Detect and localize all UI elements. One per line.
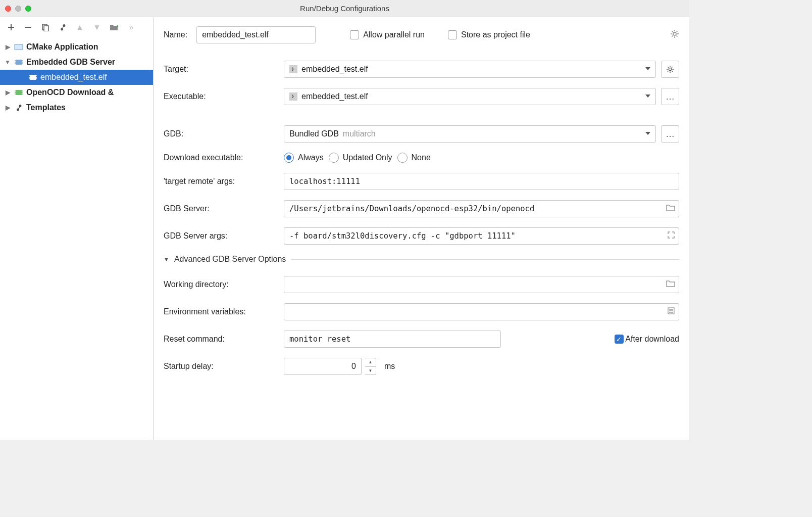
- gdb-select[interactable]: Bundled GDB multiarch: [284, 125, 656, 143]
- folder-add-button[interactable]: +: [109, 22, 119, 32]
- name-label: Name:: [164, 30, 187, 39]
- chevron-down-icon: ▼: [4, 59, 11, 66]
- workdir-row: Working directory:: [164, 276, 679, 293]
- folder-icon[interactable]: [666, 204, 675, 214]
- chevron-right-icon: ▶: [4, 89, 11, 96]
- allow-parallel-label: Allow parallel run: [363, 30, 425, 39]
- checkbox-icon: [448, 30, 457, 39]
- svg-point-8: [669, 68, 671, 70]
- download-label: Download executable:: [164, 153, 278, 162]
- env-row: Environment variables:: [164, 303, 679, 320]
- svg-rect-1: [44, 26, 48, 31]
- workdir-label: Working directory:: [164, 280, 278, 289]
- env-input[interactable]: [284, 303, 679, 320]
- target-select[interactable]: embedded_test.elf: [284, 61, 656, 78]
- delay-row: Startup delay: ▲ ▼ ms: [164, 358, 679, 375]
- radio-icon: [284, 153, 294, 163]
- svg-point-7: [673, 32, 676, 35]
- gdb-value: Bundled GDB: [289, 129, 339, 138]
- executable-browse-button[interactable]: …: [661, 88, 679, 105]
- chip-icon: [28, 74, 37, 81]
- edit-templates-button[interactable]: [58, 22, 68, 32]
- folder-icon[interactable]: [666, 279, 675, 290]
- workdir-input[interactable]: [284, 276, 679, 293]
- reset-input[interactable]: [284, 331, 501, 348]
- sidebar: ▲ ▼ + » ▶ CMake Application ▼ Embedded G…: [0, 17, 154, 440]
- tree-item-label: Templates: [26, 103, 66, 112]
- cmake-icon: [14, 43, 23, 51]
- target-value: embedded_test.elf: [301, 65, 368, 74]
- tree-item-templates[interactable]: ▶ Templates: [0, 100, 153, 115]
- svg-rect-5: [30, 75, 36, 80]
- gear-icon[interactable]: [670, 29, 679, 40]
- download-none-radio[interactable]: None: [397, 153, 431, 163]
- executable-icon: [289, 92, 297, 101]
- config-tree: ▶ CMake Application ▼ Embedded GDB Serve…: [0, 37, 153, 440]
- gdb-suffix: multiarch: [343, 129, 376, 138]
- store-as-file-checkbox[interactable]: Store as project file: [448, 30, 530, 39]
- download-row: Download executable: Always Updated Only…: [164, 153, 679, 163]
- copy-config-button[interactable]: [40, 22, 50, 32]
- tree-item-embedded-test-elf[interactable]: embedded_test.elf: [0, 70, 153, 85]
- executable-value: embedded_test.elf: [301, 92, 368, 101]
- svg-rect-6: [16, 90, 22, 95]
- gdb-server-row: GDB Server:: [164, 200, 679, 217]
- allow-parallel-checkbox[interactable]: Allow parallel run: [350, 30, 425, 39]
- content-area: ▲ ▼ + » ▶ CMake Application ▼ Embedded G…: [0, 17, 689, 440]
- svg-rect-3: [15, 44, 23, 50]
- target-settings-button[interactable]: [661, 61, 679, 78]
- delay-input[interactable]: [284, 358, 362, 375]
- gdb-server-input[interactable]: [284, 200, 679, 217]
- chip-green-icon: [14, 89, 23, 96]
- store-as-file-label: Store as project file: [461, 30, 530, 39]
- checkbox-icon: ✓: [615, 335, 624, 344]
- chevron-right-icon: ▶: [4, 43, 11, 51]
- after-download-checkbox[interactable]: ✓ After download: [615, 335, 679, 344]
- chip-icon: [14, 59, 23, 66]
- top-row: Name: Allow parallel run Store as projec…: [164, 26, 679, 43]
- move-down-button[interactable]: ▼: [92, 22, 102, 32]
- name-input[interactable]: [196, 26, 316, 43]
- download-updated-radio[interactable]: Updated Only: [329, 153, 392, 163]
- chevron-down-icon: [645, 67, 650, 70]
- remote-args-label: 'target remote' args:: [164, 177, 278, 186]
- after-download-label: After download: [625, 335, 679, 343]
- add-config-button[interactable]: [6, 22, 16, 32]
- tree-item-label: embedded_test.elf: [40, 73, 107, 82]
- expand-icon[interactable]: [667, 231, 675, 241]
- move-up-button[interactable]: ▲: [75, 22, 85, 32]
- svg-text:+: +: [116, 24, 119, 29]
- window-controls: [5, 6, 31, 12]
- remove-config-button[interactable]: [23, 22, 33, 32]
- tree-item-openocd[interactable]: ▶ OpenOCD Download &: [0, 85, 153, 100]
- download-always-radio[interactable]: Always: [284, 153, 324, 163]
- gdb-server-args-input[interactable]: [284, 227, 679, 245]
- gdb-browse-button[interactable]: …: [661, 125, 679, 143]
- maximize-window-button[interactable]: [25, 6, 31, 12]
- delay-stepper[interactable]: ▲ ▼: [365, 358, 376, 375]
- more-icon[interactable]: »: [126, 22, 136, 32]
- delay-unit: ms: [384, 362, 395, 371]
- step-up-icon[interactable]: ▲: [365, 358, 376, 367]
- advanced-header[interactable]: ▼ Advanced GDB Server Options: [164, 255, 679, 264]
- step-down-icon[interactable]: ▼: [365, 367, 376, 375]
- target-icon: [289, 65, 297, 73]
- gdb-label: GDB:: [164, 129, 278, 138]
- config-form: Name: Allow parallel run Store as projec…: [154, 17, 689, 440]
- minimize-window-button[interactable]: [15, 6, 21, 12]
- remote-args-input[interactable]: [284, 173, 679, 190]
- gdb-server-label: GDB Server:: [164, 204, 278, 213]
- window-title: Run/Debug Configurations: [300, 4, 389, 13]
- gdb-server-args-row: GDB Server args:: [164, 227, 679, 245]
- radio-label: Updated Only: [343, 153, 392, 162]
- env-label: Environment variables:: [164, 307, 278, 316]
- close-window-button[interactable]: [5, 6, 11, 12]
- tree-item-label: OpenOCD Download &: [26, 88, 114, 97]
- checkbox-icon: [350, 30, 359, 39]
- advanced-header-label: Advanced GDB Server Options: [174, 255, 286, 264]
- list-icon[interactable]: [667, 307, 675, 317]
- tree-item-cmake-application[interactable]: ▶ CMake Application: [0, 39, 153, 55]
- executable-select[interactable]: embedded_test.elf: [284, 88, 656, 105]
- tree-item-embedded-gdb-server[interactable]: ▼ Embedded GDB Server: [0, 55, 153, 70]
- radio-label: None: [412, 153, 431, 162]
